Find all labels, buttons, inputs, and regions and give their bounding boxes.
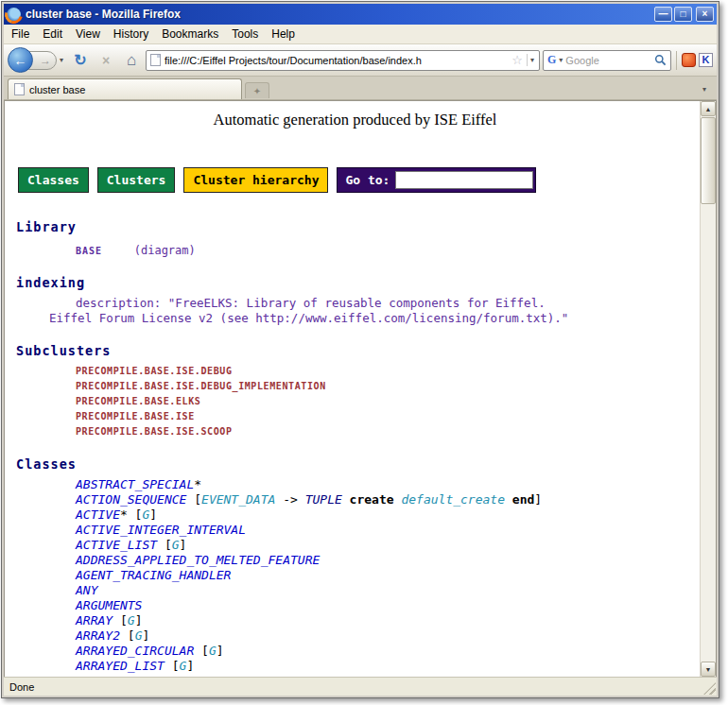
- diagram-link[interactable]: (diagram): [134, 244, 196, 257]
- goto-label: Go to:: [339, 173, 395, 187]
- menu-edit[interactable]: Edit: [36, 25, 69, 43]
- firefox-icon: [7, 8, 21, 22]
- indexing-heading: indexing: [16, 275, 694, 290]
- window-title: cluster base - Mozilla Firefox: [26, 8, 650, 21]
- tab-favicon: [14, 83, 25, 95]
- class-link[interactable]: ACTION_SEQUENCE [EVENT_DATA -> TUPLE cre…: [76, 492, 694, 507]
- magnifier-icon[interactable]: [654, 54, 667, 66]
- document-body: Automatic generation produced by ISE Eif…: [5, 101, 700, 677]
- subcluster-link[interactable]: PRECOMPILE.BASE.ISE: [76, 409, 694, 424]
- class-link[interactable]: ARRAYED_CIRCULAR [G]: [76, 644, 694, 659]
- status-text: Done: [9, 681, 34, 693]
- subcluster-link[interactable]: PRECOMPILE.BASE.ISE.SCOOP: [76, 424, 694, 439]
- stop-button[interactable]: ×: [95, 49, 117, 72]
- tab-label: cluster base: [29, 84, 85, 95]
- class-link[interactable]: ARRAY [G]: [76, 613, 694, 628]
- library-heading: Library: [16, 219, 694, 234]
- tab-strip-button[interactable]: ✦: [245, 82, 269, 98]
- resize-grip[interactable]: [703, 682, 716, 695]
- doc-buttons: ClassesClustersCluster hierarchy: [18, 167, 328, 193]
- doc-button-cluster-hierarchy[interactable]: Cluster hierarchy: [183, 167, 328, 193]
- search-box[interactable]: G ▾ Google: [543, 50, 671, 71]
- indexing-line: Eiffel Forum License v2 (see http://www.…: [49, 311, 694, 326]
- classes-heading: Classes: [16, 456, 694, 472]
- status-bar: Done: [4, 677, 717, 696]
- tab-bar: cluster base ✦ ▾: [4, 77, 717, 100]
- minimize-button[interactable]: —: [654, 7, 672, 22]
- addon-icon-k[interactable]: K: [699, 53, 713, 67]
- search-engine-dropdown-icon[interactable]: ▾: [559, 56, 563, 64]
- refresh-button[interactable]: ↻: [69, 49, 92, 72]
- menu-tools[interactable]: Tools: [225, 25, 265, 43]
- class-link[interactable]: AGENT_TRACING_HANDLER: [76, 568, 694, 583]
- class-link[interactable]: ARRAYED_LIST [G]: [76, 659, 694, 674]
- subcluster-link[interactable]: PRECOMPILE.BASE.ELKS: [76, 394, 694, 409]
- scrollbar-thumb[interactable]: [701, 117, 716, 204]
- back-button[interactable]: ←: [8, 47, 33, 73]
- indexing-line: description: "FreeELKS: Library of reusa…: [76, 296, 694, 311]
- address-bar[interactable]: file:///C:/Eiffel Projects/tour/Document…: [146, 50, 540, 71]
- class-link[interactable]: ARGUMENTS: [76, 598, 694, 613]
- page-banner: Automatic generation produced by ISE Eif…: [16, 111, 694, 129]
- history-dropdown-icon[interactable]: ▾: [57, 56, 66, 64]
- menu-help[interactable]: Help: [265, 25, 302, 43]
- classes-list: ABSTRACT_SPECIAL*ACTION_SEQUENCE [EVENT_…: [76, 477, 694, 677]
- class-link[interactable]: ACTIVE* [G]: [76, 507, 694, 523]
- nav-toolbar: ← → ▾ ↻ × ⌂ file:///C:/Eiffel Projects/t…: [4, 44, 717, 77]
- url-text[interactable]: file:///C:/Eiffel Projects/tour/Document…: [165, 55, 508, 66]
- base-cluster-link[interactable]: BASE: [76, 246, 102, 256]
- goto-input[interactable]: [395, 171, 533, 189]
- back-forward-group: ← → ▾: [8, 47, 66, 73]
- vertical-scrollbar[interactable]: ▲ ▼: [700, 101, 716, 677]
- addon-icon-red[interactable]: [682, 53, 696, 67]
- maximize-button[interactable]: □: [674, 7, 692, 22]
- doc-button-classes[interactable]: Classes: [18, 167, 89, 193]
- close-button[interactable]: ×: [696, 7, 714, 22]
- browser-window: cluster base - Mozilla Firefox — □ × Fil…: [1, 1, 719, 698]
- url-dropdown-icon[interactable]: ▾: [527, 54, 535, 66]
- menu-history[interactable]: History: [107, 25, 155, 43]
- home-button[interactable]: ⌂: [120, 49, 143, 72]
- menu-view[interactable]: View: [69, 25, 107, 43]
- doc-button-row: ClassesClustersCluster hierarchy Go to:: [18, 167, 694, 193]
- page-content: Automatic generation produced by ISE Eif…: [4, 100, 717, 677]
- class-link[interactable]: ACTIVE_LIST [G]: [76, 538, 694, 553]
- menu-file[interactable]: File: [5, 25, 36, 43]
- subcluster-link[interactable]: PRECOMPILE.BASE.ISE.DEBUG_IMPLEMENTATION: [76, 379, 694, 394]
- class-link[interactable]: ADDRESS_APPLIED_TO_MELTED_FEATURE: [76, 553, 694, 568]
- scroll-down-icon[interactable]: ▼: [701, 662, 716, 677]
- class-link[interactable]: ANY: [76, 583, 694, 598]
- subcluster-link[interactable]: PRECOMPILE.BASE.ISE.DEBUG: [76, 364, 694, 379]
- title-bar[interactable]: cluster base - Mozilla Firefox — □ ×: [4, 4, 717, 25]
- goto-box: Go to:: [337, 167, 536, 193]
- search-input[interactable]: Google: [565, 55, 651, 66]
- window-controls: — □ ×: [654, 7, 714, 22]
- tab-list-dropdown-icon[interactable]: ▾: [696, 80, 713, 97]
- library-line: BASE (diagram): [76, 240, 694, 258]
- subclusters-list: PRECOMPILE.BASE.ISE.DEBUGPRECOMPILE.BASE…: [76, 364, 694, 439]
- bookmark-star-icon[interactable]: ☆: [511, 54, 523, 66]
- class-link[interactable]: ARRAY2 [G]: [76, 628, 694, 644]
- subclusters-heading: Subclusters: [16, 343, 694, 358]
- tab-cluster-base[interactable]: cluster base: [8, 78, 242, 99]
- indexing-block: description: "FreeELKS: Library of reusa…: [16, 296, 694, 326]
- toolbar-separator: [676, 51, 677, 70]
- class-link[interactable]: ABSTRACT_SPECIAL*: [76, 477, 694, 492]
- page-favicon: [150, 54, 161, 66]
- scroll-up-icon[interactable]: ▲: [701, 101, 716, 116]
- google-icon: G: [547, 53, 556, 67]
- menu-bookmarks[interactable]: Bookmarks: [155, 25, 225, 43]
- menu-bar: FileEditViewHistoryBookmarksToolsHelp: [4, 25, 717, 44]
- doc-button-clusters[interactable]: Clusters: [97, 167, 176, 193]
- class-link[interactable]: ACTIVE_INTEGER_INTERVAL: [76, 523, 694, 538]
